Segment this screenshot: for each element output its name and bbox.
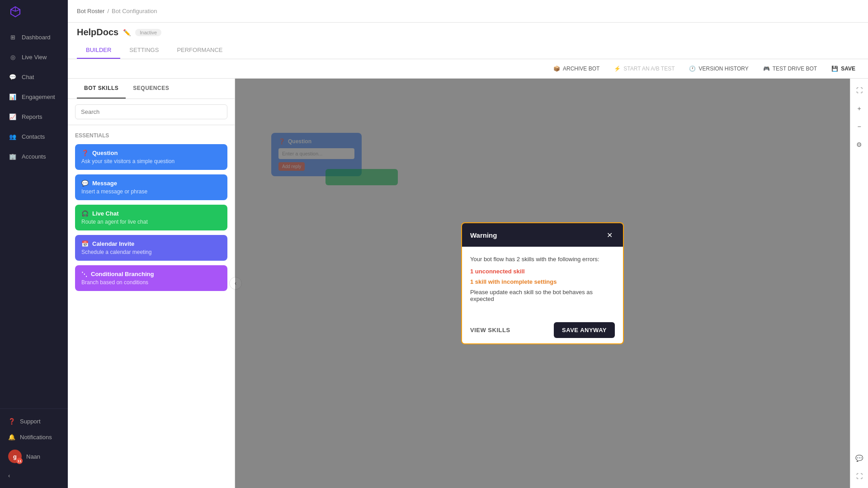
content-area: BOT SKILLS SEQUENCES Essentials ❓ Questi… — [68, 79, 868, 488]
sidebar-item-label: Dashboard — [22, 34, 51, 41]
tab-performance[interactable]: PERFORMANCE — [168, 42, 231, 59]
main-content: Bot Roster / Bot Configuration HelpDocs … — [68, 0, 868, 488]
sidebar-item-user[interactable]: g 11 Naan — [0, 445, 68, 468]
notifications-label: Notifications — [20, 434, 52, 441]
sidebar: ⊞ Dashboard ◎ Live View 💬 Chat 📊 Engagem… — [0, 0, 68, 488]
sidebar-item-live-view[interactable]: ◎ Live View — [0, 47, 68, 67]
sidebar-item-accounts[interactable]: 🏢 Accounts — [0, 146, 68, 166]
left-panel: BOT SKILLS SEQUENCES Essentials ❓ Questi… — [68, 79, 235, 488]
modal-overlay[interactable]: Warning ✕ Your bot flow has 2 skills wit… — [235, 79, 850, 488]
fullscreen-exit-button[interactable]: ⛶ — [852, 469, 867, 483]
sidebar-item-label: Engagement — [22, 94, 55, 100]
breadcrumb-separator: / — [107, 8, 109, 14]
message-skill-desc: Insert a message or phrase — [81, 188, 221, 195]
collapse-icon: ‹ — [8, 472, 10, 479]
skill-card-message[interactable]: 💬 Message Insert a message or phrase — [75, 174, 227, 200]
modal-footer-text: Please update each skill so the bot beha… — [470, 289, 615, 302]
notification-badge: 11 — [16, 458, 23, 464]
panel-tab-bot-skills[interactable]: BOT SKILLS — [77, 79, 126, 99]
chat-icon: 💬 — [8, 72, 17, 81]
sidebar-item-reports[interactable]: 📈 Reports — [0, 107, 68, 127]
modal-footer: VIEW SKILLS SAVE ANYWAY — [462, 317, 623, 343]
save-button[interactable]: 💾 SAVE — [828, 64, 859, 74]
tab-bar: BUILDER SETTINGS PERFORMANCE — [77, 42, 859, 59]
tab-builder[interactable]: BUILDER — [77, 42, 120, 59]
breadcrumb-parent[interactable]: Bot Roster — [77, 8, 104, 14]
support-label: Support — [20, 418, 41, 425]
save-anyway-button[interactable]: SAVE ANYWAY — [554, 322, 615, 338]
sidebar-nav: ⊞ Dashboard ◎ Live View 💬 Chat 📊 Engagem… — [0, 23, 68, 408]
bell-icon: 🔔 — [8, 434, 15, 441]
topbar: Bot Roster / Bot Configuration — [68, 0, 868, 23]
sidebar-item-engagement[interactable]: 📊 Engagement — [0, 87, 68, 107]
sidebar-item-notifications[interactable]: 🔔 Notifications — [0, 429, 68, 445]
avatar: g 11 — [8, 450, 22, 463]
sidebar-item-label: Contacts — [22, 133, 45, 140]
modal-title: Warning — [470, 231, 497, 239]
save-icon: 💾 — [831, 66, 838, 72]
search-input[interactable] — [75, 104, 227, 119]
breadcrumb-current: Bot Configuration — [112, 8, 157, 14]
sidebar-bottom: ❓ Support 🔔 Notifications g 11 Naan ‹ — [0, 408, 68, 488]
essentials-section-title: Essentials — [75, 132, 227, 139]
live-chat-skill-desc: Route an agent for live chat — [81, 219, 221, 225]
message-skill-icon: 💬 — [81, 180, 89, 187]
modal-close-button[interactable]: ✕ — [604, 230, 615, 240]
panel-tab-sequences[interactable]: SEQUENCES — [126, 79, 176, 99]
page-header: HelpDocs ✏️ Inactive BUILDER SETTINGS PE… — [68, 23, 868, 59]
accounts-icon: 🏢 — [8, 152, 17, 161]
search-box — [68, 99, 235, 125]
branching-skill-icon: ⋱ — [81, 271, 87, 277]
calendar-skill-icon: 📅 — [81, 240, 89, 247]
sidebar-item-chat[interactable]: 💬 Chat — [0, 67, 68, 87]
zoom-out-button[interactable]: − — [852, 119, 867, 134]
view-skills-button[interactable]: VIEW SKILLS — [470, 327, 510, 333]
sidebar-item-label: Reports — [22, 113, 42, 120]
branching-skill-desc: Branch based on conditions — [81, 279, 221, 286]
user-label: Naan — [26, 453, 40, 460]
fullscreen-button[interactable]: ⛶ — [852, 83, 867, 98]
calendar-skill-desc: Schedule a calendar meeting — [81, 249, 221, 255]
modal-body-text: Your bot flow has 2 skills with the foll… — [470, 256, 615, 263]
ab-test-button[interactable]: ⚡ START AN A/B TEST — [610, 64, 678, 74]
modal-body: Your bot flow has 2 skills with the foll… — [462, 247, 623, 317]
skill-card-live-chat[interactable]: 🎧 Live Chat Route an agent for live chat — [75, 205, 227, 230]
archive-bot-button[interactable]: 📦 ARCHIVE BOT — [550, 64, 603, 74]
sidebar-item-label: Chat — [22, 74, 34, 80]
engagement-icon: 📊 — [8, 92, 17, 101]
canvas-area[interactable]: ❓ Question Enter a question... Add reply… — [235, 79, 850, 488]
question-skill-icon: ❓ — [81, 150, 89, 156]
version-history-button[interactable]: 🕐 VERSION HISTORY — [685, 64, 752, 74]
panel-tabs: BOT SKILLS SEQUENCES — [68, 79, 235, 99]
eye-icon: ◎ — [8, 52, 17, 61]
help-icon: ❓ — [8, 418, 15, 425]
error-unconnected: 1 unconnected skill — [470, 268, 615, 275]
right-panel: ⛶ + − ⚙ 💬 ⛶ — [850, 79, 868, 488]
live-chat-skill-icon: 🎧 — [81, 210, 89, 217]
test-drive-icon: 🎮 — [763, 66, 770, 72]
sidebar-item-contacts[interactable]: 👥 Contacts — [0, 127, 68, 146]
zoom-in-button[interactable]: + — [852, 101, 867, 116]
skill-card-calendar-invite[interactable]: 📅 Calendar Invite Schedule a calendar me… — [75, 235, 227, 261]
bar-chart-icon: 📈 — [8, 112, 17, 121]
dashboard-icon: ⊞ — [8, 33, 17, 42]
test-drive-button[interactable]: 🎮 TEST DRIVE BOT — [760, 64, 821, 74]
warning-modal: Warning ✕ Your bot flow has 2 skills wit… — [461, 222, 624, 344]
tab-settings[interactable]: SETTINGS — [120, 42, 168, 59]
sidebar-item-label: Live View — [22, 54, 47, 61]
breadcrumb: Bot Roster / Bot Configuration — [77, 8, 157, 14]
sidebar-logo — [0, 0, 68, 23]
skill-card-question[interactable]: ❓ Question Ask your site visitors a simp… — [75, 144, 227, 170]
sidebar-item-label: Accounts — [22, 153, 46, 160]
page-title: HelpDocs — [77, 27, 118, 38]
sidebar-item-dashboard[interactable]: ⊞ Dashboard — [0, 27, 68, 47]
status-badge: Inactive — [135, 29, 161, 36]
settings-wheel-button[interactable]: ⚙ — [852, 137, 867, 152]
sidebar-collapse[interactable]: ‹ — [0, 468, 68, 483]
modal-header: Warning ✕ — [462, 223, 623, 247]
skill-card-conditional-branching[interactable]: ⋱ Conditional Branching Branch based on … — [75, 265, 227, 291]
sidebar-item-support[interactable]: ❓ Support — [0, 413, 68, 429]
skills-list: Essentials ❓ Question Ask your site visi… — [68, 125, 235, 303]
chat-preview-button[interactable]: 💬 — [852, 451, 867, 465]
edit-title-icon[interactable]: ✏️ — [123, 29, 131, 36]
